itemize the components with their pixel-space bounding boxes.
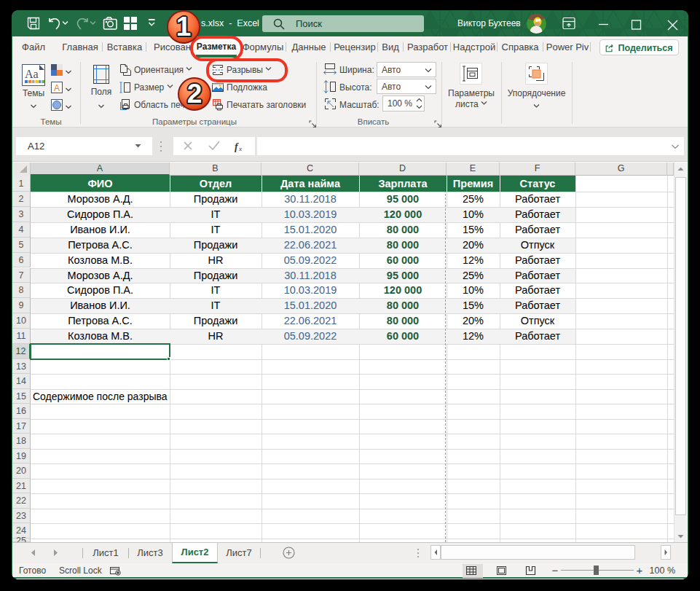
svg-text:x: x (238, 145, 242, 152)
svg-text:Aa: Aa (25, 68, 39, 80)
svg-text:A: A (54, 83, 60, 93)
